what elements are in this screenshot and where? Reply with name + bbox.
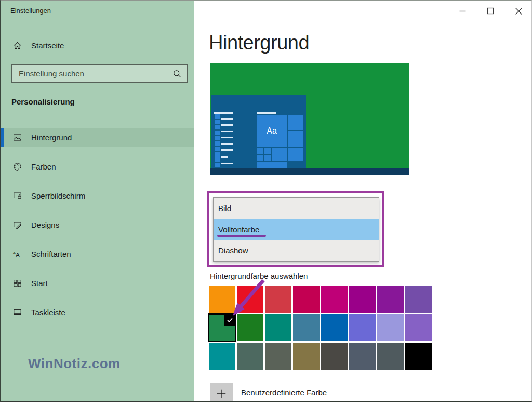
color-swatch-8[interactable] [405, 286, 432, 313]
sidebar-item-label: Schriftarten [31, 250, 71, 258]
background-preview: Aa [210, 63, 409, 175]
color-swatch-21[interactable] [321, 343, 348, 370]
color-swatch-24[interactable] [405, 343, 432, 370]
sidebar-item-home[interactable]: Startseite [1, 36, 194, 55]
custom-color-label: Benutzerdefinierte Farbe [241, 383, 327, 402]
background-type-dropdown: Bild Volltonfarbe Diashow [213, 197, 379, 262]
color-section-label: Hintergrundfarbe auswählen [210, 271, 308, 280]
color-swatch-5[interactable] [321, 286, 348, 313]
color-swatch-7[interactable] [377, 286, 404, 313]
section-heading: Personalisierung [11, 97, 75, 106]
color-swatch-19[interactable] [265, 343, 291, 370]
window-title: Einstellungen [10, 7, 51, 15]
dropdown-option-volltonfarbe[interactable]: Volltonfarbe [214, 219, 379, 240]
sidebar-item-label: Start [31, 279, 48, 288]
dropdown-option-bild[interactable]: Bild [214, 198, 379, 219]
search-input[interactable] [12, 65, 187, 82]
search-icon[interactable] [172, 69, 182, 79]
color-swatch-17[interactable] [209, 343, 235, 370]
annotation-box: Bild Volltonfarbe Diashow [207, 191, 384, 267]
sidebar-item-label: Designs [31, 221, 59, 229]
minimize-button[interactable] [455, 5, 470, 17]
home-icon [12, 41, 22, 50]
color-swatch-20[interactable] [293, 343, 320, 370]
color-swatch-4[interactable] [293, 286, 320, 313]
search-box [11, 64, 188, 83]
taskbar-icon [12, 307, 22, 317]
color-swatch-1[interactable] [209, 286, 235, 313]
sidebar-item-hintergrund[interactable]: Hintergrund [1, 128, 194, 147]
sidebar-item-schriftarten[interactable]: AA Schriftarten [1, 244, 194, 263]
color-swatch-12[interactable] [293, 314, 320, 341]
dropdown-option-diashow[interactable]: Diashow [214, 240, 379, 261]
maximize-button[interactable] [483, 5, 498, 17]
palette-icon [12, 162, 22, 172]
color-swatch-16[interactable] [405, 314, 432, 341]
color-swatch-2[interactable] [237, 286, 263, 313]
start-tiles-icon [12, 278, 22, 288]
svg-text:A: A [16, 252, 20, 258]
fonts-icon: AA [12, 249, 22, 259]
color-swatch-9[interactable] [209, 314, 235, 341]
color-swatch-10[interactable] [237, 314, 263, 341]
sidebar-item-label: Sperrbildschirm [31, 191, 85, 200]
image-icon [12, 133, 22, 142]
color-swatch-6[interactable] [349, 286, 376, 313]
color-swatch-grid [209, 286, 432, 370]
themes-icon [12, 220, 22, 230]
custom-color-button[interactable] [210, 383, 233, 402]
custom-color-row[interactable]: Benutzerdefinierte Farbe [210, 383, 327, 402]
settings-window: Einstellungen Startseite Personalisierun… [0, 0, 532, 402]
color-swatch-11[interactable] [265, 314, 291, 341]
sidebar-item-start[interactable]: Start [1, 274, 194, 292]
color-swatch-15[interactable] [377, 314, 404, 341]
selected-check-icon [224, 315, 235, 326]
sidebar-item-designs[interactable]: Designs [1, 215, 194, 234]
sidebar-item-label: Hintergrund [31, 133, 72, 142]
color-swatch-13[interactable] [321, 314, 348, 341]
close-button[interactable] [511, 5, 526, 17]
color-swatch-23[interactable] [377, 343, 404, 370]
dropdown-option-label: Volltonfarbe [218, 225, 259, 234]
sidebar-item-label: Startseite [31, 41, 64, 50]
preview-taskbar [210, 168, 409, 175]
color-swatch-14[interactable] [349, 314, 376, 341]
lock-screen-icon [12, 191, 22, 201]
watermark: WinNotiz.com [28, 356, 121, 372]
page-title: Hintergrund [209, 32, 309, 54]
sidebar-item-taskleiste[interactable]: Taskleiste [1, 303, 194, 321]
sidebar-item-sperrbildschirm[interactable]: Sperrbildschirm [1, 186, 194, 205]
color-swatch-18[interactable] [237, 343, 263, 370]
sidebar-item-label: Farben [31, 162, 56, 171]
preview-app-list [215, 114, 220, 168]
annotation-underline [217, 235, 266, 237]
sidebar: Einstellungen Startseite Personalisierun… [1, 1, 194, 401]
sidebar-item-label: Taskleiste [31, 308, 65, 317]
plus-icon [216, 388, 227, 401]
sidebar-item-farben[interactable]: Farben [1, 157, 194, 176]
preview-start-menu: Aa [211, 95, 306, 168]
color-swatch-3[interactable] [265, 286, 291, 313]
color-swatch-22[interactable] [349, 343, 376, 370]
preview-aa-tile: Aa [257, 115, 287, 147]
